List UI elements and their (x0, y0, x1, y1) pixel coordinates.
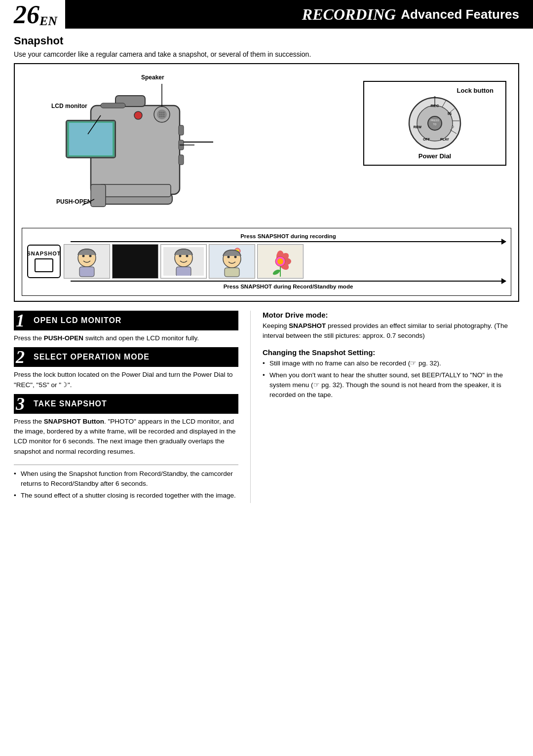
svg-rect-21 (101, 103, 125, 108)
steps-left-column: 1 OPEN LCD MONITOR Press the PUSH-OPEN s… (14, 311, 251, 503)
svg-point-54 (179, 255, 182, 257)
step-2-number: 2 (14, 347, 32, 367)
svg-rect-19 (179, 155, 184, 165)
divider-1 (14, 465, 238, 465)
step-2-header: 2 SELECT OPERATION MODE (14, 347, 238, 367)
left-bullet-1: When using the Snapshot function from Re… (14, 469, 238, 489)
steps-right-column: Motor Drive mode: Keeping SNAPSHOT press… (251, 311, 519, 503)
left-bullet-2: The sound effect of a shutter closing is… (14, 491, 238, 501)
step-1-header: 1 OPEN LCD MONITOR (14, 311, 238, 330)
svg-point-14 (159, 116, 161, 117)
page-header: 26EN RECORDING Advanced Features (0, 0, 533, 29)
step-1-title: OPEN LCD MONITOR (32, 311, 121, 330)
step-2-title: SELECT OPERATION MODE (32, 347, 150, 367)
snapshot-image-sequence (64, 244, 506, 279)
power-dial-callout: Lock button REC 5S ☽ PLAY OFF REW (363, 81, 506, 166)
svg-text:OFF: OFF (423, 138, 430, 141)
snapshot-frame-3 (160, 244, 207, 279)
svg-rect-50 (79, 267, 94, 277)
svg-point-71 (277, 258, 283, 264)
snapshot-frame-5 (257, 244, 304, 279)
arrow-bottom-label: Press SNAPSHOT during Record/Standby mod… (71, 284, 506, 289)
svg-rect-24 (91, 184, 106, 207)
page-number: 26EN (0, 0, 57, 29)
snapshot-frame-4 (209, 244, 255, 279)
svg-rect-51 (113, 245, 157, 278)
step-1: 1 OPEN LCD MONITOR Press the PUSH-OPEN s… (14, 311, 238, 347)
svg-point-9 (161, 112, 163, 113)
svg-point-13 (163, 114, 165, 115)
power-dial-illustration: REC 5S ☽ PLAY OFF REW PRESS TO (408, 96, 462, 150)
arrow-top-label: Press SNAPSHOT during recording (71, 233, 506, 239)
right-bullet-list: Still image with no frame can also be re… (263, 359, 519, 400)
svg-rect-23 (100, 184, 171, 197)
svg-point-61 (234, 256, 237, 258)
svg-point-8 (159, 112, 161, 113)
step-3-body: Press the SNAPSHOT Button. "PHOTO" appea… (14, 417, 238, 461)
snapshot-main-row: SNAPSHOT (27, 244, 506, 279)
svg-text:PLAY: PLAY (440, 138, 449, 141)
svg-point-49 (89, 255, 92, 257)
motor-drive-title: Motor Drive mode: (263, 311, 519, 319)
motor-drive-body: Keeping SNAPSHOT pressed provides an eff… (263, 321, 519, 341)
snapshot-sequence-box: Press SNAPSHOT during recording SNAPSHOT (22, 228, 511, 296)
step-2: 2 SELECT OPERATION MODE Press the lock b… (14, 347, 238, 394)
step-2-body: Press the lock button located on the Pow… (14, 370, 238, 394)
svg-rect-17 (179, 125, 184, 135)
page-suffix: EN (39, 15, 57, 28)
snapshot-frame-1 (64, 244, 110, 279)
svg-point-60 (228, 256, 230, 258)
snapshot-frame-2 (112, 244, 158, 279)
svg-text:TO: TO (433, 123, 437, 126)
svg-rect-64 (225, 268, 239, 277)
lock-button-label: Lock button (371, 87, 498, 94)
step-1-body: Press the PUSH-OPEN switch and open the … (14, 333, 238, 347)
callout-arrow-line (184, 142, 213, 143)
power-dial-label: Power Dial (371, 152, 498, 160)
svg-point-16 (163, 116, 165, 117)
page-num-text: 26 (14, 2, 39, 28)
camera-area: Speaker LCD monitor PUSH-OPEN (22, 71, 511, 224)
svg-point-12 (161, 114, 163, 115)
arrow-top (71, 241, 506, 242)
svg-rect-56 (176, 267, 191, 277)
changing-setting-section: Changing the Snapshot Setting: Still ima… (263, 348, 519, 400)
svg-text:PRESS: PRESS (431, 119, 440, 122)
svg-point-20 (134, 111, 142, 119)
svg-point-48 (82, 255, 85, 257)
arrow-bottom (71, 281, 506, 282)
snapshot-button-label: SNAPSHOT (27, 251, 61, 256)
step-1-number: 1 (14, 311, 32, 330)
recording-label: RECORDING (302, 5, 396, 24)
header-title-bar: RECORDING Advanced Features (65, 0, 533, 29)
top-arrow-line (71, 241, 506, 242)
steps-section: 1 OPEN LCD MONITOR Press the PUSH-OPEN s… (0, 311, 533, 503)
svg-point-10 (163, 112, 165, 113)
step-3: 3 TAKE SNAPSHOT Press the SNAPSHOT Butto… (14, 394, 238, 461)
bottom-arrow-line (71, 281, 506, 282)
step-3-header: 3 TAKE SNAPSHOT (14, 394, 238, 414)
advanced-features-label: Advanced Features (401, 7, 519, 22)
svg-point-11 (159, 114, 161, 115)
motor-drive-section: Motor Drive mode: Keeping SNAPSHOT press… (263, 311, 519, 341)
svg-text:REW: REW (414, 125, 422, 129)
svg-rect-4 (69, 123, 113, 155)
svg-text:☽: ☽ (451, 125, 454, 129)
changing-setting-title: Changing the Snapshot Setting: (263, 348, 519, 357)
section-title: Snapshot (0, 33, 533, 50)
snapshot-button-rect (35, 258, 53, 272)
step-3-number: 3 (14, 394, 32, 414)
right-bullet-1: Still image with no frame can also be re… (263, 359, 519, 368)
right-bullet-2: When you don't want to hear the shutter … (263, 370, 519, 400)
svg-point-55 (186, 255, 189, 257)
svg-point-15 (161, 116, 163, 117)
diagram-box: Speaker LCD monitor PUSH-OPEN (14, 63, 519, 302)
section-intro: Use your camcorder like a regular camera… (0, 50, 533, 63)
camera-illustration (41, 76, 229, 220)
snapshot-button-illustration: SNAPSHOT (27, 245, 61, 278)
left-bullet-list: When using the Snapshot function from Re… (14, 469, 238, 501)
step-3-title: TAKE SNAPSHOT (32, 394, 107, 414)
